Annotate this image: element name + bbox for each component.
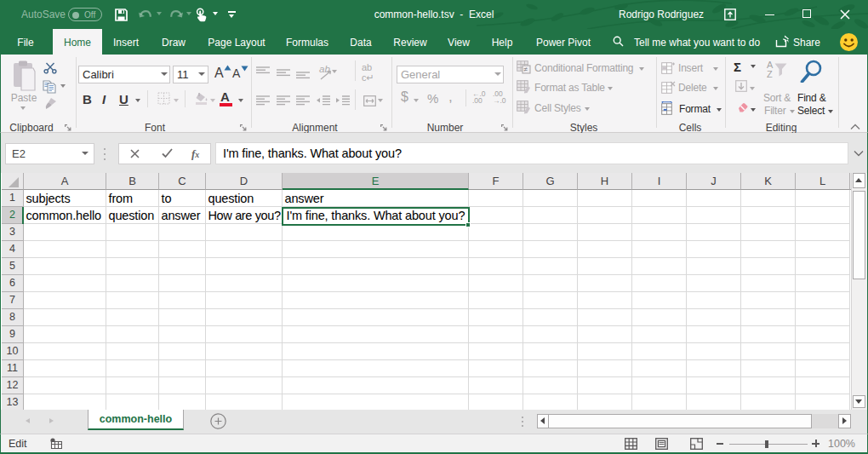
svg-text:≠: ≠ <box>524 66 528 73</box>
